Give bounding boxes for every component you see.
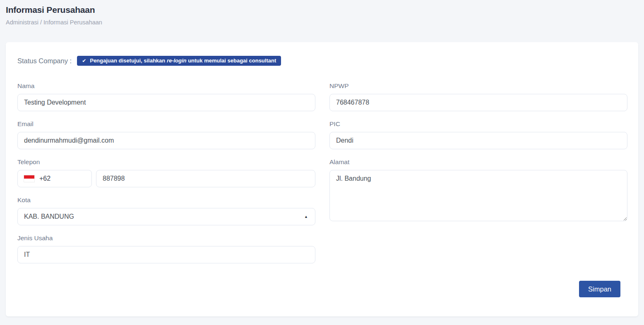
phone-number-input[interactable] [96, 170, 315, 187]
field-npwp: NPWP [329, 82, 627, 111]
nama-label: Nama [17, 82, 315, 90]
field-alamat: Alamat Jl. Bandung [329, 158, 627, 221]
simpan-button[interactable]: Simpan [579, 281, 620, 297]
breadcrumb: Administrasi / Informasi Perusahaan [6, 19, 638, 26]
form: Nama Email Telepon +62 [17, 82, 627, 272]
jenis-usaha-label: Jenis Usaha [17, 234, 315, 242]
actions-row: Simpan [17, 281, 627, 297]
npwp-input[interactable] [329, 94, 627, 111]
caret-up-icon: ▲ [304, 215, 308, 219]
form-right-column: NPWP PIC Alamat Jl. Bandung [329, 82, 627, 272]
kota-selected-value: KAB. BANDUNG [24, 213, 74, 220]
status-badge: ✔ Pengajuan disetujui, silahkan re-login… [77, 56, 281, 66]
phone-country-selector[interactable]: +62 [17, 170, 92, 187]
alamat-textarea[interactable]: Jl. Bandung [329, 170, 627, 221]
status-badge-text: Pengajuan disetujui, silahkan re-login u… [90, 58, 276, 64]
kota-select[interactable]: KAB. BANDUNG ▲ [17, 208, 315, 225]
telepon-label: Telepon [17, 158, 315, 166]
field-kota: Kota KAB. BANDUNG ▲ [17, 196, 315, 225]
kota-label: Kota [17, 196, 315, 204]
alamat-label: Alamat [329, 158, 627, 166]
pic-input[interactable] [329, 132, 627, 149]
status-company-label: Status Company : [17, 57, 72, 65]
field-email: Email [17, 120, 315, 149]
jenis-usaha-input[interactable] [17, 246, 315, 263]
email-input[interactable] [17, 132, 315, 149]
company-info-card: Status Company : ✔ Pengajuan disetujui, … [6, 42, 638, 316]
field-jenis-usaha: Jenis Usaha [17, 234, 315, 263]
indonesia-flag-icon [24, 175, 35, 182]
check-icon: ✔ [82, 58, 86, 64]
pic-label: PIC [329, 120, 627, 128]
nama-input[interactable] [17, 94, 315, 111]
npwp-label: NPWP [329, 82, 627, 90]
page-title: Informasi Perusahaan [6, 5, 638, 15]
email-label: Email [17, 120, 315, 128]
dial-code: +62 [39, 175, 50, 182]
phone-row: +62 [17, 170, 315, 187]
field-pic: PIC [329, 120, 627, 149]
form-left-column: Nama Email Telepon +62 [17, 82, 315, 272]
page: Informasi Perusahaan Administrasi / Info… [0, 0, 644, 325]
field-nama: Nama [17, 82, 315, 111]
status-row: Status Company : ✔ Pengajuan disetujui, … [17, 56, 627, 66]
field-telepon: Telepon +62 [17, 158, 315, 187]
